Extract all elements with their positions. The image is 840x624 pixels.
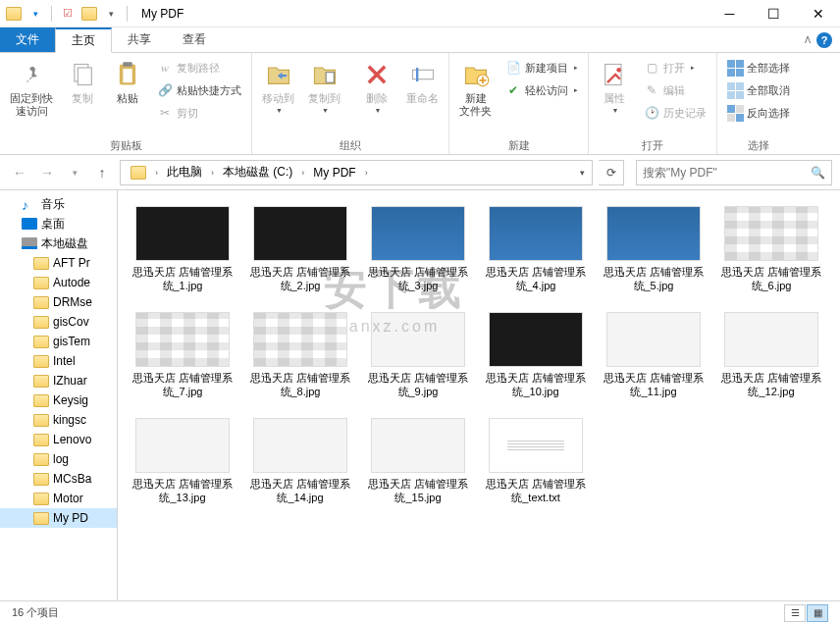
rename-button[interactable]: 重命名 (400, 55, 445, 105)
selectall-button[interactable]: 全部选择 (721, 57, 796, 78)
quick-access-toolbar: ▾ ☑ ▾ (0, 4, 135, 24)
file-name: 思迅天店 店铺管理系统_2.jpg (247, 265, 353, 292)
properties-button[interactable]: 属性 ▼ (593, 55, 636, 114)
minimize-button[interactable]: ─ (708, 0, 752, 27)
file-item[interactable]: 思迅天店 店铺管理系统_11.jpg (601, 312, 707, 398)
forward-button[interactable]: → (35, 161, 59, 184)
file-item[interactable]: 思迅天店 店铺管理系统_13.jpg (130, 418, 236, 504)
copyto-button[interactable]: 复制到 ▼ (302, 55, 346, 114)
details-view-button[interactable]: ☰ (784, 604, 806, 622)
file-item[interactable]: 思迅天店 店铺管理系统_6.jpg (718, 206, 824, 292)
file-item[interactable]: 思迅天店 店铺管理系统_8.jpg (247, 312, 353, 398)
pin-button[interactable]: 固定到快 速访问 (4, 55, 59, 118)
sidebar-item[interactable]: Keysig (0, 390, 117, 410)
help-icon[interactable]: ? (816, 32, 832, 48)
sidebar-item[interactable]: IZhuar (0, 371, 117, 390)
sidebar-item[interactable]: My PD (0, 508, 117, 528)
recent-button[interactable]: ▾ (63, 161, 86, 184)
copy-path-button[interactable]: 𝑤复制路径 (151, 57, 247, 78)
sidebar-item[interactable]: gisTem (0, 332, 117, 351)
file-name: 思迅天店 店铺管理系统_9.jpg (365, 371, 471, 398)
sidebar-label: My PD (53, 511, 88, 525)
newitem-button[interactable]: 📄新建项目▸ (499, 57, 584, 78)
file-item[interactable]: 思迅天店 店铺管理系统_9.jpg (365, 312, 471, 398)
svg-rect-5 (326, 73, 334, 83)
sidebar-item[interactable]: Autode (0, 273, 117, 292)
paste-shortcut-button[interactable]: 🔗粘贴快捷方式 (151, 79, 247, 101)
chevron-icon[interactable]: › (152, 168, 161, 178)
sidebar-item[interactable]: log (0, 449, 117, 469)
paste-button[interactable]: 粘贴 (106, 55, 149, 105)
breadcrumb[interactable]: 本地磁盘 (C:) (217, 161, 298, 184)
sidebar-item[interactable]: 桌面 (0, 214, 117, 234)
file-item[interactable]: 思迅天店 店铺管理系统_2.jpg (247, 206, 353, 292)
file-item[interactable]: 思迅天店 店铺管理系统_12.jpg (718, 312, 824, 398)
window-title: My PDF (141, 7, 184, 21)
thumbnail (135, 418, 230, 473)
file-item[interactable]: 思迅天店 店铺管理系统_1.jpg (130, 206, 236, 292)
moveto-button[interactable]: 移动到 ▼ (256, 55, 300, 114)
file-name: 思迅天店 店铺管理系统_12.jpg (718, 371, 824, 398)
overflow-icon[interactable]: ▾ (101, 4, 121, 24)
thumbnail (606, 206, 701, 261)
thumbnail (489, 418, 583, 473)
close-button[interactable]: ✕ (796, 0, 840, 27)
newfolder-button[interactable]: 新建 文件夹 (453, 55, 498, 118)
invert-button[interactable]: 反向选择 (721, 102, 796, 124)
search-box[interactable]: 🔍 (636, 160, 832, 185)
cut-button[interactable]: ✂剪切 (151, 102, 247, 124)
folder-icon (33, 473, 49, 486)
shortcut-icon: 🔗 (157, 82, 173, 98)
cut-label: 剪切 (177, 106, 198, 121)
search-input[interactable] (643, 166, 811, 180)
file-item[interactable]: 思迅天店 店铺管理系统_7.jpg (130, 312, 236, 398)
chevron-icon[interactable]: › (298, 168, 307, 178)
file-name: 思迅天店 店铺管理系统_5.jpg (601, 265, 707, 292)
down-chev-icon[interactable]: ▾ (26, 4, 45, 24)
chevron-icon[interactable]: › (362, 168, 371, 178)
open-button[interactable]: ▢打开▸ (638, 57, 712, 78)
breadcrumb[interactable]: 此电脑 (161, 161, 208, 184)
selectnone-button[interactable]: 全部取消 (721, 79, 796, 101)
sidebar-item[interactable]: ♪音乐 (0, 194, 117, 214)
chevron-icon[interactable]: › (208, 168, 217, 178)
group-new: 新建 文件夹 📄新建项目▸ ✔轻松访问▸ 新建 (449, 53, 589, 154)
maximize-button[interactable]: ☐ (752, 0, 796, 27)
up-button[interactable]: ↑ (90, 161, 114, 184)
delete-button[interactable]: 删除 ▼ (355, 55, 398, 114)
folder-icon (33, 434, 49, 446)
tab-view[interactable]: 查看 (167, 27, 222, 52)
collapse-ribbon-icon[interactable]: ᐱ (805, 35, 811, 45)
edit-button[interactable]: ✎编辑 (638, 79, 712, 101)
icons-view-button[interactable]: ▦ (807, 604, 828, 622)
easyaccess-button[interactable]: ✔轻松访问▸ (499, 79, 584, 101)
tab-share[interactable]: 共享 (112, 27, 167, 52)
file-item[interactable]: 思迅天店 店铺管理系统_10.jpg (483, 312, 589, 398)
history-button[interactable]: 🕑历史记录 (638, 102, 712, 124)
thumbnail (135, 206, 230, 261)
file-item[interactable]: 思迅天店 店铺管理系统_15.jpg (365, 418, 471, 504)
copy-button[interactable]: 复制 (61, 55, 104, 105)
file-item[interactable]: 思迅天店 店铺管理系统_4.jpg (483, 206, 589, 292)
address-bar[interactable]: › 此电脑 › 本地磁盘 (C:) › My PDF › ▾ (120, 160, 593, 185)
sidebar-item[interactable]: MCsBa (0, 469, 117, 489)
refresh-button[interactable]: ⟳ (599, 160, 624, 185)
sidebar-item[interactable]: gisCov (0, 312, 117, 332)
sidebar-item[interactable]: 本地磁盘 (0, 234, 117, 253)
file-item[interactable]: 思迅天店 店铺管理系统_3.jpg (365, 206, 471, 292)
sidebar-item[interactable]: DRMse (0, 292, 117, 312)
breadcrumb[interactable]: My PDF (307, 161, 361, 184)
sidebar-item[interactable]: Lenovo (0, 430, 117, 449)
sidebar-item[interactable]: Intel (0, 351, 117, 371)
addr-dropdown-icon[interactable]: ▾ (577, 168, 588, 178)
sidebar-item[interactable]: AFT Pr (0, 253, 117, 273)
checkbox-icon[interactable]: ☑ (58, 4, 78, 24)
file-item[interactable]: 思迅天店 店铺管理系统_14.jpg (247, 418, 353, 504)
back-button[interactable]: ← (8, 161, 31, 184)
sidebar-item[interactable]: kingsc (0, 410, 117, 430)
tab-home[interactable]: 主页 (55, 27, 112, 53)
file-item[interactable]: 思迅天店 店铺管理系统_text.txt (483, 418, 589, 504)
file-item[interactable]: 思迅天店 店铺管理系统_5.jpg (601, 206, 707, 292)
tab-file[interactable]: 文件 (0, 27, 55, 52)
sidebar-item[interactable]: Motor (0, 489, 117, 508)
